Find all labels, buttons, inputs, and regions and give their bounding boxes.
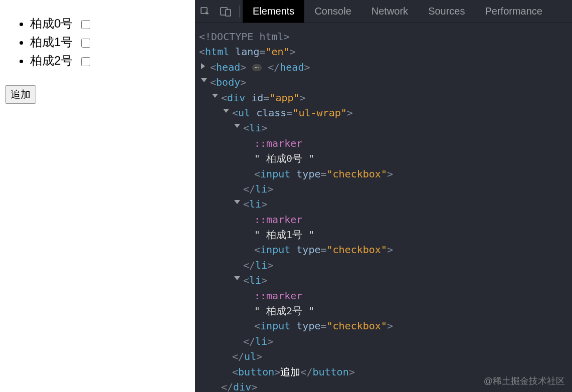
dom-ul[interactable]: <ul class="ul-wrap">: [199, 105, 570, 120]
dom-head[interactable]: <head> ⋯ </head>: [199, 60, 570, 75]
item-checkbox[interactable]: [81, 39, 90, 48]
tab-sources[interactable]: Sources: [418, 0, 475, 23]
item-checkbox[interactable]: [81, 57, 90, 66]
inspect-icon[interactable]: [195, 0, 215, 23]
list-item: 柏成0号: [30, 14, 190, 33]
dom-text-node: " 柏成1号 ": [199, 227, 570, 242]
dom-marker: ::marker: [199, 136, 570, 151]
collapse-arrow-icon[interactable]: [201, 78, 207, 82]
dom-input[interactable]: <input type="checkbox">: [199, 242, 570, 257]
tab-network[interactable]: Network: [361, 0, 418, 23]
collapse-arrow-icon[interactable]: [223, 109, 229, 113]
dom-ul-close[interactable]: </ul>: [199, 349, 570, 364]
item-label: 柏成2号: [30, 54, 73, 67]
item-label: 柏成1号: [30, 35, 73, 49]
dom-li-open[interactable]: <li>: [199, 120, 570, 135]
collapse-arrow-icon[interactable]: [234, 276, 240, 280]
collapse-arrow-icon[interactable]: [212, 94, 218, 98]
dom-li-close[interactable]: </li>: [199, 334, 570, 349]
dom-text-node: " 柏成0号 ": [199, 151, 570, 166]
dom-tree[interactable]: <!DOCTYPE html> <html lang="en"> <head> …: [195, 23, 572, 392]
devtools-tabbar: Elements Console Network Sources Perform…: [195, 0, 572, 23]
expand-arrow-icon[interactable]: [201, 63, 205, 69]
dom-input[interactable]: <input type="checkbox">: [199, 318, 570, 333]
item-list: 柏成0号 柏成1号 柏成2号: [5, 14, 190, 70]
list-item: 柏成1号: [30, 33, 190, 51]
dom-li-open[interactable]: <li>: [199, 273, 570, 288]
dom-li-open[interactable]: <li>: [199, 197, 570, 212]
ellipsis-icon[interactable]: ⋯: [252, 64, 262, 71]
dom-li-close[interactable]: </li>: [199, 181, 570, 197]
dom-body-open[interactable]: <body>: [199, 75, 570, 90]
dom-li-close[interactable]: </li>: [199, 258, 570, 273]
collapse-arrow-icon[interactable]: [234, 124, 240, 128]
collapse-arrow-icon[interactable]: [234, 200, 240, 204]
tab-console[interactable]: Console: [304, 0, 361, 23]
dom-input[interactable]: <input type="checkbox">: [199, 166, 570, 181]
dom-marker: ::marker: [199, 212, 570, 227]
dom-marker: ::marker: [199, 288, 570, 303]
add-button[interactable]: 追加: [5, 85, 36, 104]
dom-doctype: <!DOCTYPE html>: [199, 29, 570, 44]
dom-div-app[interactable]: <div id="app">: [199, 90, 570, 105]
svg-rect-2: [226, 10, 231, 16]
tab-separator: [239, 6, 240, 18]
dom-text-node: " 柏成2号 ": [199, 303, 570, 318]
dom-button[interactable]: <button>追加</button>: [199, 364, 570, 379]
item-label: 柏成0号: [30, 17, 73, 30]
rendered-page: 柏成0号 柏成1号 柏成2号 追加: [0, 0, 195, 392]
dom-html-open[interactable]: <html lang="en">: [199, 44, 570, 59]
item-checkbox[interactable]: [81, 20, 90, 29]
devtools-panel: Elements Console Network Sources Perform…: [195, 0, 572, 392]
tab-elements[interactable]: Elements: [243, 0, 304, 23]
device-toggle-icon[interactable]: [215, 0, 236, 23]
dom-div-close[interactable]: </div>: [199, 379, 570, 392]
list-item: 柏成2号: [30, 51, 190, 70]
tab-performance[interactable]: Performance: [475, 0, 553, 23]
